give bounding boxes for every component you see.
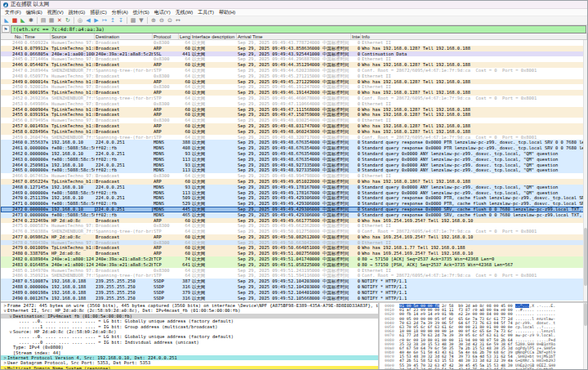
menu-item-wireless[interactable]: 无线(W) (173, 9, 196, 16)
column-header-src[interactable]: Source (51, 33, 95, 39)
packet-row-2457[interactable]: 24570.001493sTpLinkTechno_b1:81…Broadcas… (1, 123, 587, 129)
packet-row-2466[interactable]: 24660.067463sHuaweiTechno_97:12…Broadcas… (1, 173, 587, 179)
menu-item-telephony[interactable]: 电话(Y) (152, 9, 173, 16)
start-capture-icon[interactable]: ◣ (2, 17, 11, 25)
find-packet-icon[interactable]: ◎ (76, 17, 84, 25)
packet-row-2440[interactable]: 24400.650922sHuaweiTechno_97:12…Broadcas… (1, 40, 587, 46)
packet-row-2473[interactable]: 24730.000000sfe80::5088:58c:56c…ff02::fb… (1, 212, 587, 218)
packet-row-2447[interactable]: 24470.268944sSHENZHENBUOR_7f:9d…Spanning… (1, 68, 587, 74)
packet-row-2490[interactable]: 24900.001267s192.168.0.188239.255.255.25… (1, 296, 587, 301)
filter-bookmark-icon[interactable]: ⚑ (2, 25, 10, 33)
column-header-ifid[interactable]: Interface id (351, 33, 361, 39)
auto-scroll-icon[interactable]: ▼ (137, 17, 145, 25)
display-filter-input[interactable] (11, 25, 586, 33)
save-file-icon[interactable]: ▦ (47, 17, 56, 25)
cell-ifid: 0 (351, 190, 361, 196)
packet-row-2476[interactable]: 24760.350388sSHENZHENBUOR_7f:9d…Spanning… (1, 229, 587, 234)
packet-row-2465[interactable]: 24650.000000sfe80::5088:58c:56c…ff02::fb… (1, 167, 587, 173)
packet-row-2443[interactable]: 24430.066805s240e:e1:aa00:1000:…240e:39a… (1, 51, 587, 57)
column-header-ifd[interactable]: Interface description (191, 33, 237, 39)
packet-row-2480[interactable]: 24800.338705sHP_2d:a0:8cBroadcastARP60以太… (1, 251, 587, 256)
menu-item-capture[interactable]: 捕获(C) (87, 9, 109, 16)
column-header-info[interactable]: Info (361, 33, 587, 39)
packet-row-2488[interactable]: 24880.000000s192.168.0.188239.255.255.25… (1, 284, 587, 290)
packet-row-2441[interactable]: 24410.079912sTpLinkTechno_b1:81…Broadcas… (1, 46, 587, 51)
zoom-reset-icon[interactable]: ⊙ (166, 17, 174, 25)
open-file-icon[interactable]: ▤ (39, 17, 47, 25)
packet-row-2445[interactable]: 24450.371446sHuaweiTechno_97:12…Broadcas… (1, 56, 587, 62)
menu-item-view[interactable]: 视图(V) (45, 9, 66, 16)
packet-row-2470[interactable]: 24700.251139s192.168.0.10224.0.0.251MDNS… (1, 195, 587, 201)
packet-row-2486[interactable]: 24860.350921sSHENZHENBUOR_7f:9d…Spanning… (1, 273, 587, 279)
packet-row-2452[interactable]: 24520.269236sSHENZHENBUOR_7f:9d…Spanning… (1, 96, 587, 101)
packet-row-2451[interactable]: 24510.000195sTpLinkTechno_b1:81…Broadcas… (1, 90, 587, 96)
packet-row-2460[interactable]: 24600.355637s192.168.0.10224.0.0.251MDNS… (1, 140, 587, 145)
packet-row-2464[interactable]: 24640.250981s192.168.0.10224.0.0.251MDNS… (1, 163, 587, 168)
zoom-out-icon[interactable]: ⊖ (158, 17, 166, 25)
packet-list-scroll-thumb[interactable] (584, 228, 587, 285)
capture-options-icon[interactable]: ✱ (27, 17, 35, 25)
stop-capture-icon[interactable]: ■ (11, 17, 19, 25)
packet-row-2478[interactable]: 24780.580430sHuaweiTechno_97:12…Broadcas… (1, 240, 587, 246)
column-header-arr[interactable]: Arrival Time (237, 33, 351, 39)
menu-item-tools[interactable]: 工具(T) (195, 9, 216, 16)
column-header-time[interactable]: Time (24, 33, 51, 39)
packet-row-2483[interactable]: 24830.016485s240e:e1:a800:124::…240e:39a… (1, 262, 587, 268)
packet-row-2482[interactable]: 24820.038984s240e:e1:a800:124::…240e:39a… (1, 256, 587, 262)
packet-row-2479[interactable]: 24790.001009sTpLinkTechno_b1:81…Broadcas… (1, 245, 587, 251)
packet-row-2474[interactable]: 24740.232469sHP_2d:a0:8cBroadcastARP60以太… (1, 218, 587, 224)
resize-columns-icon[interactable]: ↔ (174, 17, 182, 25)
column-header-len[interactable]: Length (179, 33, 191, 39)
cell-ifd: 以太网 (191, 185, 237, 190)
packet-row-2471[interactable]: 24710.000000sfe80::5088:58c:56c…ff02::fb… (1, 201, 587, 207)
packet-row-2462[interactable]: 24620.000000s192.168.0.10224.0.0.251MDNS… (1, 151, 587, 157)
packet-row-2449[interactable]: 24490.000014sTpLinkTechno_b1:81…Broadcas… (1, 79, 587, 85)
close-file-icon[interactable]: ✕ (56, 17, 64, 25)
go-back-icon[interactable]: ◀ (84, 17, 92, 25)
column-header-no[interactable]: No. (1, 33, 24, 39)
go-last-packet-icon[interactable]: ↧ (117, 17, 125, 25)
menu-item-analyze[interactable]: 分析(A) (109, 9, 131, 16)
cell-dst: Broadcast (95, 62, 153, 68)
packet-row-2459[interactable]: 24590.260474sSHENZHENBUOR_7f:9d…Spanning… (1, 135, 587, 140)
zoom-in-icon[interactable]: ⊕ (149, 17, 158, 25)
packet-row-2446[interactable]: 24460.054407sTpLinkTechno_b1:81…Broadcas… (1, 62, 587, 68)
packet-row-2467[interactable]: 24670.056224sTpLinkTechno_b1:81…Broadcas… (1, 179, 587, 185)
hex-scrollbar[interactable] (583, 303, 587, 370)
go-forward-icon[interactable]: ▶ (92, 17, 100, 25)
packet-row-2463[interactable]: 24630.000000sfe80::5088:58c:56c…ff02::fb… (1, 157, 587, 163)
packet-row-2489[interactable]: 24890.000198s192.168.0.188239.255.255.25… (1, 290, 587, 296)
packet-row-2485[interactable]: 24850.184970sHuaweiTechno_97:12…Broadcas… (1, 268, 587, 274)
menu-item-edit[interactable]: 编辑(E) (24, 9, 45, 16)
packet-row-2468[interactable]: 24680.127145s192.168.0.10224.0.0.251MDNS… (1, 185, 587, 190)
restart-capture-icon[interactable]: ◣ (19, 17, 27, 25)
column-header-dst[interactable]: Destination (95, 33, 153, 39)
menu-item-file[interactable]: 文件(F) (2, 9, 24, 16)
go-to-packet-icon[interactable]: ↦ (100, 17, 109, 25)
packet-row-2456[interactable]: 24560.879495sHuaweiTechno_97:12…Broadcas… (1, 118, 587, 123)
packet-row-2458[interactable]: 24580.028496sTpLinkTechno_b1:81…Broadcas… (1, 129, 587, 135)
packet-row-2461[interactable]: 24610.000000sfe80::5088:58c:56c…ff02::fb… (1, 145, 587, 151)
packet-row-2450[interactable]: 24500.920018sHuaweiTechno_97:12…Broadcas… (1, 84, 587, 90)
packet-list-scrollbar[interactable] (583, 40, 587, 301)
colorize-packets-icon[interactable]: ▩ (129, 17, 137, 25)
packet-row-2475[interactable]: 24750.000587sHuaweiTechno_97:12…Broadcas… (1, 223, 587, 229)
menu-item-statistics[interactable]: 统计(S) (131, 9, 152, 16)
cell-dst: Broadcast (95, 218, 153, 224)
packet-row-2453[interactable]: 24530.649986sHuaweiTechno_97:12…Broadcas… (1, 101, 587, 107)
packet-row-2472[interactable]: 24720.000000s192.168.0.10224.0.0.251MDNS… (1, 207, 587, 212)
packet-row-2448[interactable]: 24480.650977sHuaweiTechno_97:12…Broadcas… (1, 74, 587, 79)
packet-row-2455[interactable]: 24550.039191sTpLinkTechno_b1:81…Broadcas… (1, 112, 587, 118)
detail-row-12[interactable]: >Multicast Domain Name System (response) (1, 366, 378, 370)
hex-scroll-thumb[interactable] (584, 303, 587, 326)
packet-row-2487[interactable]: 24870.510087s192.168.0.188239.255.255.25… (1, 279, 587, 284)
packet-row-2469[interactable]: 24690.000000sfe80::5088:58c:56c…ff02::fb… (1, 190, 587, 196)
packet-row-2477[interactable]: 24770.069862sHP_2d:a0:8cBroadcastARP60以太… (1, 234, 587, 240)
column-header-proto[interactable]: Protocol (153, 33, 179, 39)
menu-item-go[interactable]: 跳转(G) (66, 9, 88, 16)
reload-file-icon[interactable]: ↻ (64, 17, 72, 25)
cell-time: 0.066805s (24, 51, 51, 57)
menu-item-help[interactable]: 帮助(H) (216, 9, 238, 16)
packet-row-2454[interactable]: 24540.000904sTpLinkTechno_b1:81…Broadcas… (1, 107, 587, 113)
go-first-packet-icon[interactable]: ↥ (109, 17, 117, 25)
